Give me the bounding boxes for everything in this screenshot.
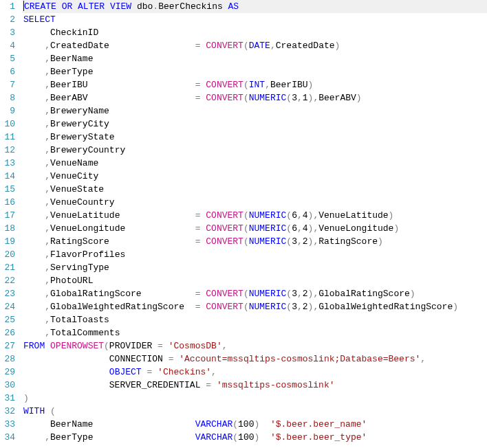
code-token: , — [45, 328, 50, 338]
line-number: 2 — [3, 13, 15, 26]
code-token: CONVERT — [206, 289, 244, 299]
code-token: 3 — [292, 302, 297, 312]
line-number: 19 — [3, 235, 15, 248]
code-line[interactable]: ,BeerName — [22, 52, 487, 65]
code-line[interactable]: ,BeerType VARCHAR(100) '$.beer.beer_type… — [22, 431, 487, 444]
code-line[interactable]: ,FlavorProfiles — [22, 248, 487, 261]
code-token: , — [45, 315, 50, 325]
code-token — [23, 184, 45, 194]
code-line[interactable]: ,BeerIBU = CONVERT(INT,BeerIBU) — [22, 78, 487, 91]
code-token: 6 — [292, 223, 297, 234]
code-token: , — [45, 432, 50, 443]
code-token: ( — [244, 223, 249, 234]
code-token: 'Checkins' — [158, 367, 211, 377]
code-line[interactable]: ,CreatedDate = CONVERT(DATE,CreatedDate) — [22, 39, 487, 52]
line-number: 27 — [3, 339, 15, 352]
code-token — [45, 406, 50, 416]
code-token: 'Account=mssqltips-cosmoslink;Database=B… — [179, 354, 420, 364]
code-token: 4 — [303, 210, 308, 221]
code-line[interactable]: ,BreweryCity — [22, 117, 487, 131]
code-token: ( — [244, 80, 249, 90]
code-token: BreweryCity — [50, 119, 109, 129]
code-token — [72, 1, 78, 12]
code-token: ) — [335, 41, 340, 51]
code-token: CONVERT — [206, 236, 244, 247]
code-token: , — [297, 223, 303, 234]
line-number: 25 — [3, 313, 15, 326]
code-token — [23, 262, 45, 273]
code-line[interactable]: ,GlobalRatingScore = CONVERT(NUMERIC(3,2… — [22, 287, 487, 300]
code-line[interactable]: ) — [22, 392, 487, 405]
code-token: GlobalWeightedRatingScore — [50, 302, 195, 312]
code-token: ), — [308, 93, 319, 103]
code-token — [23, 93, 45, 103]
code-line[interactable]: ,PhotoURL — [22, 274, 487, 287]
code-token: ( — [244, 289, 249, 299]
line-number: 6 — [3, 65, 15, 78]
code-line[interactable]: ,BreweryState — [22, 131, 487, 144]
code-token — [259, 419, 270, 429]
code-token: TotalToasts — [50, 315, 109, 325]
code-line[interactable]: FROM OPENROWSET(PROVIDER = 'CosmosDB', — [22, 339, 487, 352]
code-token: , — [45, 223, 50, 234]
line-number: 4 — [3, 39, 15, 52]
line-number: 8 — [3, 91, 15, 104]
code-editor[interactable]: 1234567891011121314151617181920212223242… — [0, 0, 487, 444]
code-token: BeerName — [50, 54, 93, 64]
code-line[interactable]: ,VenueLongitude = CONVERT(NUMERIC(6,4),V… — [22, 222, 487, 235]
code-line[interactable]: ,GlobalWeightedRatingScore = CONVERT(NUM… — [22, 300, 487, 313]
code-line[interactable]: ,BeerABV = CONVERT(NUMERIC(3,1),BeerABV) — [22, 91, 487, 104]
code-line[interactable]: ,VenueName — [22, 157, 487, 170]
code-token: CONVERT — [206, 80, 244, 90]
code-line[interactable]: ,BreweryCountry — [22, 144, 487, 157]
code-token: 100 — [238, 432, 254, 443]
code-token: , — [45, 262, 50, 273]
code-token: , — [45, 106, 50, 116]
code-token: ) — [23, 393, 29, 403]
code-line[interactable]: ,BeerType — [22, 65, 487, 78]
code-line[interactable]: WITH ( — [22, 405, 487, 418]
code-token: , — [45, 236, 50, 247]
code-token: ALTER — [78, 1, 105, 12]
code-token: VenueLongitude — [50, 223, 195, 234]
code-line[interactable]: CONNECTION = 'Account=mssqltips-cosmosli… — [22, 352, 487, 366]
code-token: ( — [244, 236, 249, 247]
code-token: = — [158, 341, 163, 351]
code-line[interactable]: ,ServingType — [22, 261, 487, 274]
code-token: VARCHAR — [195, 432, 233, 443]
code-token: , — [45, 41, 50, 51]
code-line[interactable]: ,BreweryName — [22, 104, 487, 117]
code-line[interactable]: ,RatingScore = CONVERT(NUMERIC(3,2),Rati… — [22, 235, 487, 248]
code-area[interactable]: CREATE OR ALTER VIEW dbo.BeerCheckins AS… — [22, 0, 487, 444]
code-line[interactable]: ,VenueLatitude = CONVERT(NUMERIC(6,4),Ve… — [22, 209, 487, 222]
code-token: VenueLatitude — [318, 210, 388, 221]
code-line[interactable]: SERVER_CREDENTIAL = 'mssqltips-cosmoslin… — [22, 379, 487, 392]
line-number: 14 — [3, 170, 15, 183]
code-line[interactable]: BeerName VARCHAR(100) '$.beer.beer_name' — [22, 418, 487, 431]
code-token: CONNECTION — [23, 354, 169, 364]
line-number: 22 — [3, 274, 15, 287]
code-token: , — [45, 158, 50, 168]
code-line[interactable]: CheckinID — [22, 26, 487, 39]
code-line[interactable]: ,VenueCountry — [22, 196, 487, 209]
code-token: ( — [286, 302, 292, 312]
code-token: ), — [308, 210, 319, 221]
code-line[interactable]: CREATE OR ALTER VIEW dbo.BeerCheckins AS — [22, 0, 487, 13]
line-number: 12 — [3, 144, 15, 157]
code-token: BeerABV — [50, 93, 195, 103]
code-token: ( — [50, 406, 56, 416]
code-token — [163, 341, 169, 351]
code-line[interactable]: ,TotalComments — [22, 326, 487, 339]
code-token: GlobalRatingScore — [318, 289, 410, 299]
code-token — [23, 315, 45, 325]
code-line[interactable]: ,VenueCity — [22, 170, 487, 183]
code-token: PhotoURL — [50, 276, 93, 286]
code-line[interactable]: OBJECT = 'Checkins', — [22, 366, 487, 379]
code-token: VenueCity — [50, 171, 98, 181]
code-token — [259, 432, 270, 443]
code-line[interactable]: ,VenueState — [22, 183, 487, 196]
code-line[interactable]: SELECT — [22, 13, 487, 26]
code-token: ( — [286, 210, 292, 221]
code-token: WITH — [23, 406, 45, 416]
code-line[interactable]: ,TotalToasts — [22, 313, 487, 326]
